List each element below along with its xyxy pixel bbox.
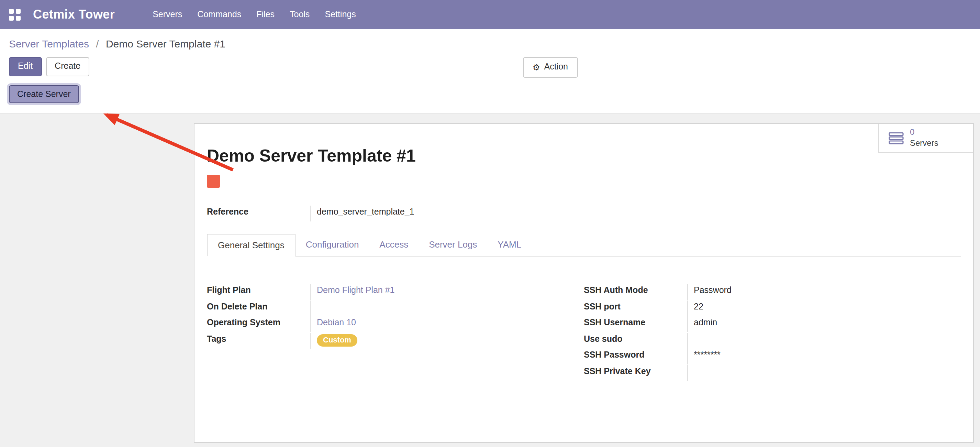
apps-grid-icon[interactable] <box>9 9 21 20</box>
field-ssh-private-key: SSH Private Key <box>584 365 961 381</box>
servers-stack-icon <box>889 132 904 144</box>
page-title: Demo Server Template #1 <box>207 144 973 166</box>
operating-system-link[interactable]: Debian 10 <box>317 318 356 327</box>
form-column-right: SSH Auth Mode Password SSH port 22 SSH U… <box>584 284 961 381</box>
gear-icon: ⚙ <box>533 63 540 72</box>
breadcrumb-current: Demo Server Template #1 <box>106 38 226 49</box>
servers-stat-count: 0 <box>910 127 914 138</box>
create-server-button[interactable]: Create Server <box>9 85 79 103</box>
field-value-use-sudo <box>687 332 961 348</box>
field-operating-system: Operating System Debian 10 <box>207 316 584 332</box>
apps-grid-square <box>16 9 21 13</box>
apps-grid-square <box>9 16 14 20</box>
breadcrumb-parent-link[interactable]: Server Templates <box>9 38 89 49</box>
field-ssh-port: SSH port 22 <box>584 300 961 316</box>
edit-button[interactable]: Edit <box>9 57 41 76</box>
field-value-ssh-private-key <box>687 365 961 381</box>
nav-item-files[interactable]: Files <box>249 5 282 23</box>
nav-item-settings[interactable]: Settings <box>317 5 363 23</box>
field-on-delete-plan: On Delete Plan <box>207 300 584 316</box>
tab-yaml[interactable]: YAML <box>487 234 531 257</box>
field-tags: Tags Custom <box>207 332 584 349</box>
field-value-operating-system: Debian 10 <box>310 316 584 332</box>
form-sheet: 0 Servers Demo Server Template #1 Refere… <box>194 123 974 443</box>
tab-access[interactable]: Access <box>369 234 418 257</box>
object-buttons-row: Create Server <box>9 85 971 103</box>
field-value-flight-plan: Demo Flight Plan #1 <box>310 284 584 300</box>
field-ssh-auth-mode: SSH Auth Mode Password <box>584 284 961 300</box>
field-label-ssh-password: SSH Password <box>584 349 687 360</box>
field-value-ssh-port: 22 <box>687 300 961 316</box>
field-label-ssh-private-key: SSH Private Key <box>584 365 687 376</box>
field-label-ssh-auth-mode: SSH Auth Mode <box>584 284 687 295</box>
field-value-on-delete-plan <box>310 300 584 316</box>
field-ssh-password: SSH Password ******** <box>584 349 961 365</box>
field-label-ssh-port: SSH port <box>584 300 687 311</box>
servers-stat-label: Servers <box>910 138 939 148</box>
servers-stat-button[interactable]: 0 Servers <box>878 124 973 153</box>
control-panel-buttons: Edit Create ⚙ Action <box>9 57 971 76</box>
nav-item-commands[interactable]: Commands <box>190 5 249 23</box>
nav-item-servers[interactable]: Servers <box>145 5 190 23</box>
servers-stat-text: 0 Servers <box>910 127 939 148</box>
app-window: Cetmix Tower Servers Commands Files Tool… <box>0 0 980 447</box>
field-reference: Reference demo_server_template_1 <box>207 206 961 222</box>
breadcrumb: Server Templates / Demo Server Template … <box>9 38 971 49</box>
field-label-operating-system: Operating System <box>207 316 310 327</box>
field-label-tags: Tags <box>207 332 310 343</box>
action-button-label: Action <box>544 62 568 73</box>
main-menu: Servers Commands Files Tools Settings <box>145 5 364 23</box>
field-value-ssh-auth-mode: Password <box>687 284 961 300</box>
breadcrumb-separator: / <box>96 38 99 49</box>
field-label-flight-plan: Flight Plan <box>207 284 310 295</box>
nav-item-tools[interactable]: Tools <box>282 5 317 23</box>
field-label-use-sudo: Use sudo <box>584 332 687 343</box>
field-flight-plan: Flight Plan Demo Flight Plan #1 <box>207 284 584 300</box>
tab-server-logs[interactable]: Server Logs <box>418 234 487 257</box>
field-label-reference: Reference <box>207 206 310 222</box>
content-area: 0 Servers Demo Server Template #1 Refere… <box>0 114 980 447</box>
color-chip <box>207 175 220 188</box>
flight-plan-link[interactable]: Demo Flight Plan #1 <box>317 286 395 295</box>
create-button[interactable]: Create <box>46 57 89 76</box>
tab-general-settings[interactable]: General Settings <box>207 234 296 257</box>
tag-badge-custom: Custom <box>317 334 357 346</box>
field-use-sudo: Use sudo <box>584 332 961 349</box>
field-value-ssh-password: ******** <box>687 349 961 364</box>
field-value-tags: Custom <box>310 332 584 348</box>
field-label-on-delete-plan: On Delete Plan <box>207 300 310 311</box>
tab-configuration[interactable]: Configuration <box>296 234 369 257</box>
field-label-ssh-username: SSH Username <box>584 316 687 327</box>
field-value-ssh-username: admin <box>687 316 961 332</box>
top-navbar: Cetmix Tower Servers Commands Files Tool… <box>0 0 980 29</box>
action-button[interactable]: ⚙ Action <box>523 57 578 77</box>
tab-bar: General Settings Configuration Access Se… <box>207 234 961 257</box>
app-brand[interactable]: Cetmix Tower <box>33 7 115 22</box>
form-column-left: Flight Plan Demo Flight Plan #1 On Delet… <box>207 284 584 381</box>
apps-grid-square <box>9 9 14 13</box>
field-value-reference: demo_server_template_1 <box>310 206 961 222</box>
field-ssh-username: SSH Username admin <box>584 316 961 332</box>
control-panel: Server Templates / Demo Server Template … <box>0 29 980 114</box>
form-fields: Flight Plan Demo Flight Plan #1 On Delet… <box>207 284 961 381</box>
apps-grid-square <box>16 16 21 20</box>
